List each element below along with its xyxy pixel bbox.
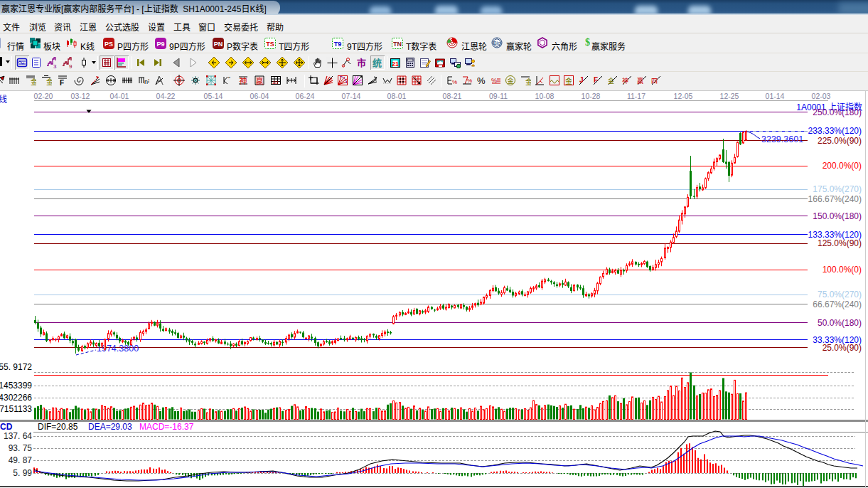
- svg-text:J: J: [579, 76, 584, 84]
- svg-text:四: 四: [651, 76, 658, 85]
- svg-text:TS: TS: [266, 41, 274, 48]
- svg-text:n²: n²: [144, 78, 149, 85]
- svg-text:87151133: 87151133: [0, 404, 32, 414]
- svg-text:233.33%(120): 233.33%(120): [808, 126, 862, 136]
- svg-text:200.0%(0): 200.0%(0): [823, 161, 862, 171]
- svg-text:06-04: 06-04: [250, 92, 269, 100]
- svg-text:11-17: 11-17: [627, 92, 645, 100]
- svg-text:61453399: 61453399: [0, 381, 32, 391]
- svg-text:PN: PN: [214, 41, 223, 48]
- svg-text:金: 金: [608, 76, 614, 85]
- svg-text:137. 64: 137. 64: [4, 431, 32, 441]
- svg-text:03-12: 03-12: [71, 92, 90, 100]
- svg-text:3: 3: [53, 63, 57, 69]
- svg-text:150.0%(180): 150.0%(180): [813, 211, 862, 221]
- svg-text:855. 9172: 855. 9172: [0, 362, 32, 372]
- svg-text:50.0%(180): 50.0%(180): [818, 318, 862, 328]
- svg-text:175.0%(270): 175.0%(270): [813, 184, 862, 194]
- svg-text:赢: 赢: [637, 76, 643, 85]
- svg-text:%: %: [452, 79, 457, 85]
- svg-text:12-05: 12-05: [674, 92, 693, 100]
- svg-text:线: 线: [0, 95, 7, 105]
- svg-text:赢: 赢: [256, 75, 264, 86]
- svg-text:250.0%(180): 250.0%(180): [813, 107, 862, 117]
- svg-text:21: 21: [392, 60, 399, 68]
- svg-text:25.0%(90): 25.0%(90): [823, 343, 862, 353]
- svg-text:125.0%(90): 125.0%(90): [818, 238, 862, 248]
- svg-text:93. 75: 93. 75: [9, 443, 33, 453]
- svg-text:66.67%(240): 66.67%(240): [813, 299, 862, 309]
- svg-text:04-22: 04-22: [156, 92, 176, 100]
- svg-text:Big: Big: [493, 41, 500, 46]
- svg-text:%: %: [477, 75, 486, 86]
- svg-text:49. 87: 49. 87: [9, 455, 33, 465]
- svg-text:P9: P9: [156, 41, 164, 48]
- svg-text:神: 神: [240, 75, 247, 86]
- svg-text:%: %: [467, 78, 472, 84]
- svg-text:神: 神: [622, 76, 628, 85]
- svg-text:07-14: 07-14: [342, 92, 361, 100]
- svg-text:06-24: 06-24: [296, 92, 315, 100]
- svg-text:DEA=29.03: DEA=29.03: [88, 422, 132, 432]
- svg-text:75.0%(270): 75.0%(270): [818, 290, 862, 299]
- svg-text:TN: TN: [393, 41, 402, 48]
- svg-text:09-11: 09-11: [489, 92, 508, 100]
- svg-text:08-01: 08-01: [387, 92, 407, 100]
- svg-text:10-28: 10-28: [582, 92, 601, 100]
- svg-text:F: F: [594, 76, 598, 84]
- svg-text:金: 金: [565, 75, 572, 86]
- svg-text:3239.3601: 3239.3601: [761, 134, 803, 144]
- svg-text:MACD=-16.37: MACD=-16.37: [139, 422, 194, 432]
- svg-text:PS: PS: [105, 41, 113, 48]
- svg-text:DIF=20.85: DIF=20.85: [38, 422, 78, 432]
- svg-text:166.67%(240): 166.67%(240): [808, 194, 862, 204]
- svg-text:05-14: 05-14: [204, 92, 223, 100]
- svg-text:CD: CD: [0, 422, 13, 432]
- svg-text:74302266: 74302266: [0, 393, 32, 403]
- svg-text:″: ″: [228, 75, 230, 82]
- svg-text:市: 市: [357, 57, 366, 68]
- svg-text:04-01: 04-01: [110, 92, 129, 100]
- svg-text:金: 金: [31, 76, 36, 86]
- svg-text:9: 9: [69, 63, 73, 69]
- svg-text:5. 99: 5. 99: [13, 468, 32, 478]
- svg-text:08-21: 08-21: [443, 92, 462, 100]
- svg-text:12-25: 12-25: [720, 92, 739, 100]
- svg-text:统: 统: [373, 55, 382, 69]
- svg-text:100.0%(0): 100.0%(0): [823, 265, 862, 275]
- svg-text:$: $: [585, 37, 590, 48]
- svg-text:10-08: 10-08: [535, 92, 554, 100]
- svg-text:金: 金: [525, 76, 531, 86]
- svg-text:金: 金: [508, 76, 514, 85]
- svg-text:F: F: [60, 79, 64, 86]
- svg-text:225.0%(90): 225.0%(90): [818, 136, 862, 146]
- svg-text:金: 金: [46, 76, 52, 86]
- svg-text:123: 123: [272, 80, 279, 85]
- svg-text:01-14: 01-14: [766, 92, 785, 100]
- svg-text:02-20: 02-20: [34, 92, 53, 100]
- svg-text:T9: T9: [334, 41, 342, 48]
- svg-text:02-03: 02-03: [812, 92, 831, 100]
